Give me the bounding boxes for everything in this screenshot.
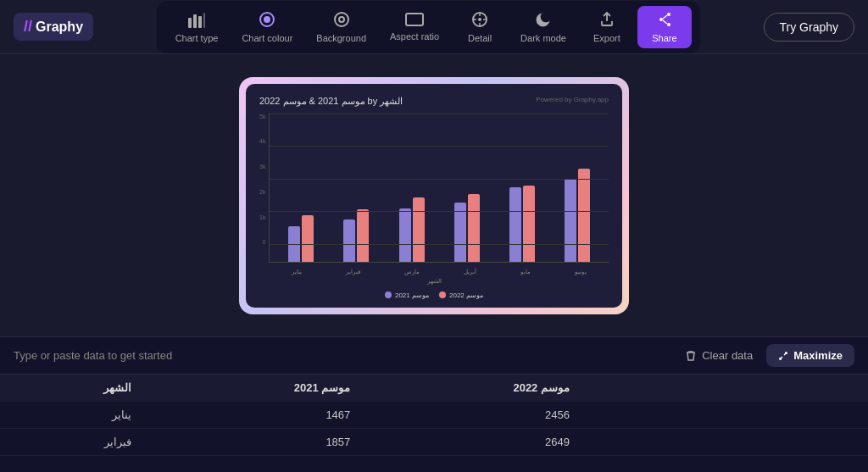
- col-header-month: الشهر: [0, 375, 145, 402]
- bar-group-jan: [288, 215, 314, 262]
- table-head: الشهر موسم 2021 موسم 2022: [0, 375, 868, 402]
- legend-2021-label: موسم 2021: [395, 292, 429, 299]
- cell-jan-6[interactable]: [726, 402, 797, 429]
- y-label-5k: 5k: [259, 114, 265, 119]
- bars-container: يناير فبراير مارس أبريل مايو يونيو: [269, 114, 609, 263]
- toolbar-background[interactable]: Background: [306, 6, 376, 48]
- svg-line-19: [663, 20, 667, 24]
- toolbar-share-label: Share: [652, 33, 676, 43]
- toolbar-export[interactable]: Export: [580, 6, 634, 48]
- share-icon: [656, 11, 673, 31]
- bar-group-feb: [343, 209, 369, 262]
- cell-feb-2022[interactable]: 2649: [364, 429, 583, 456]
- cell-feb-4[interactable]: [583, 429, 654, 456]
- svg-rect-2: [198, 16, 202, 28]
- export-icon: [598, 11, 615, 31]
- detail-icon: [471, 11, 488, 31]
- aspect-ratio-icon: [405, 13, 424, 29]
- cell-feb-7[interactable]: [797, 429, 868, 456]
- toolbar-detail-label: Detail: [468, 33, 492, 43]
- col-header-6: [726, 375, 797, 402]
- bar-group-apr: [454, 194, 480, 262]
- toolbar-dark-mode[interactable]: Dark mode: [510, 6, 576, 48]
- bar-apr-2022: [468, 194, 480, 262]
- table-scroll[interactable]: الشهر موسم 2021 موسم 2022 يناير 1467 245…: [0, 375, 868, 472]
- bar-jun-2022: [578, 169, 590, 262]
- toolbar-detail[interactable]: Detail: [453, 6, 507, 48]
- bar-mar-2021: [399, 208, 411, 262]
- header: // Graphy Chart type Chart colou: [0, 0, 868, 54]
- svg-point-16: [667, 13, 670, 16]
- maximize-button[interactable]: Maximize: [766, 344, 854, 367]
- maximize-icon: [778, 351, 788, 361]
- svg-rect-1: [193, 14, 197, 28]
- x-label-apr: أبريل: [464, 269, 476, 275]
- dark-mode-icon: [535, 11, 552, 31]
- svg-point-7: [339, 17, 344, 22]
- table-row: يناير 1467 2456: [0, 402, 868, 429]
- chart-type-icon: [187, 11, 206, 31]
- chart-powered-by: Powered by Graphy.app: [536, 96, 609, 103]
- toolbar: Chart type Chart colour Background: [157, 1, 700, 53]
- cell-feb-2021[interactable]: 1857: [145, 429, 364, 456]
- legend-2021: موسم 2021: [385, 292, 429, 299]
- main-content: الشهر by موسم 2021 & موسم 2022 Powered b…: [0, 54, 868, 472]
- x-axis-label: الشهر: [427, 278, 442, 285]
- bar-group-jun: [565, 169, 590, 262]
- cell-jan-4[interactable]: [583, 402, 654, 429]
- table-hint: Type or paste data to get started: [14, 349, 172, 362]
- x-label-feb: فبراير: [346, 269, 360, 275]
- toolbar-share[interactable]: Share: [637, 6, 692, 48]
- cell-feb-6[interactable]: [726, 429, 797, 456]
- svg-point-17: [667, 23, 670, 26]
- col-header-2022: موسم 2022: [364, 375, 583, 402]
- clear-data-button[interactable]: Clear data: [678, 346, 760, 365]
- cell-jan-month[interactable]: يناير: [0, 402, 145, 429]
- legend-2021-dot: [385, 292, 392, 298]
- cell-jan-2021[interactable]: 1467: [145, 402, 364, 429]
- chart-title: الشهر by موسم 2021 & موسم 2022: [259, 96, 403, 107]
- bar-mar-2022: [413, 197, 425, 262]
- chart-header: الشهر by موسم 2021 & موسم 2022 Powered b…: [259, 96, 609, 107]
- table-actions: Clear data Maximize: [678, 344, 854, 367]
- legend-2022-dot: [439, 292, 446, 298]
- bar-jan-2021: [288, 226, 300, 262]
- svg-point-10: [478, 18, 481, 21]
- cell-jan-7[interactable]: [797, 402, 868, 429]
- toolbar-aspect-ratio[interactable]: Aspect ratio: [380, 8, 449, 47]
- table-body: يناير 1467 2456 فبراير 1857 2649: [0, 402, 868, 456]
- try-graph-button[interactable]: Try Graphy: [764, 13, 855, 42]
- x-labels: يناير فبراير مارس أبريل مايو يونيو: [270, 269, 609, 275]
- x-label-may: مايو: [520, 269, 531, 275]
- col-header-7: [797, 375, 868, 402]
- col-header-4: [583, 375, 654, 402]
- x-label-jan: يناير: [292, 269, 302, 275]
- col-header-5: [654, 375, 726, 402]
- bar-feb-2021: [343, 219, 355, 262]
- toolbar-export-label: Export: [593, 33, 620, 43]
- svg-rect-3: [203, 13, 205, 28]
- logo-icon: //: [24, 18, 32, 36]
- data-table-section: Type or paste data to get started Clear …: [0, 336, 868, 472]
- y-label-3k: 3k: [259, 164, 265, 169]
- table-toolbar: Type or paste data to get started Clear …: [0, 337, 868, 375]
- logo-text: Graphy: [36, 19, 83, 35]
- cell-jan-2022[interactable]: 2456: [364, 402, 583, 429]
- bar-may-2021: [509, 187, 521, 262]
- chart-inner: الشهر by موسم 2021 & موسم 2022 Powered b…: [246, 84, 622, 308]
- cell-feb-month[interactable]: فبراير: [0, 429, 145, 456]
- toolbar-chart-type[interactable]: Chart type: [165, 6, 229, 48]
- legend-2022: موسم 2022: [439, 292, 483, 299]
- cell-feb-5[interactable]: [654, 429, 726, 456]
- logo: // Graphy: [14, 13, 93, 41]
- toolbar-background-label: Background: [316, 33, 366, 43]
- y-label-4k: 4k: [259, 138, 265, 144]
- svg-point-6: [335, 13, 348, 26]
- bar-feb-2022: [357, 209, 369, 262]
- svg-rect-0: [188, 18, 192, 28]
- chart-area: الشهر by موسم 2021 & موسم 2022 Powered b…: [0, 54, 868, 336]
- cell-jan-5[interactable]: [654, 402, 726, 429]
- chart-wrapper: الشهر by موسم 2021 & موسم 2022 Powered b…: [239, 77, 629, 314]
- toolbar-chart-colour[interactable]: Chart colour: [231, 6, 303, 48]
- trash-icon: [685, 350, 697, 362]
